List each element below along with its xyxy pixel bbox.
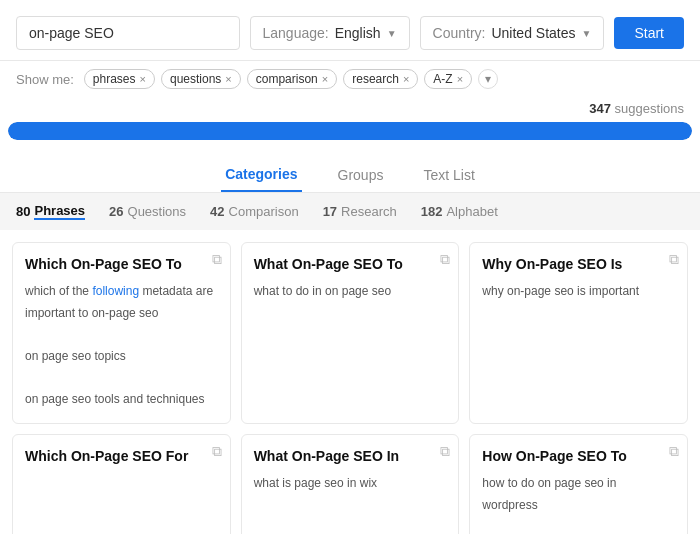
filter-tag-close[interactable]: × [322,73,328,85]
card-which-onpage-seo-for: ⧉ Which On-Page SEO For [12,434,231,534]
copy-icon[interactable]: ⧉ [440,443,450,460]
card-title: What On-Page SEO To [254,255,447,273]
card-why-onpage-seo-is: ⧉ Why On-Page SEO Is why on-page seo is … [469,242,688,424]
filter-tag-close[interactable]: × [140,73,146,85]
copy-icon[interactable]: ⧉ [212,443,222,460]
tabs-row: Categories Groups Text List [0,148,700,193]
card-what-onpage-seo-in: ⧉ What On-Page SEO In what is page seo i… [241,434,460,534]
tab-categories[interactable]: Categories [221,158,301,192]
highlight-text: following [92,284,139,298]
language-label: Language: [263,25,329,41]
cat-tab-comparison[interactable]: 42 Comparison [210,204,299,219]
card-items: what to do in on page seo [254,281,447,303]
filter-tag-label: phrases [93,72,136,86]
card-item: on page seo topics [25,346,218,368]
card-item: which of the following metadata are impo… [25,281,218,324]
country-chevron-icon: ▼ [582,28,592,39]
filter-tag-label: research [352,72,399,86]
card-item [25,324,218,346]
card-item: why on-page seo is important [482,281,675,303]
filter-tag-close[interactable]: × [403,73,409,85]
card-title: Why On-Page SEO Is [482,255,675,273]
country-value: United States [491,25,575,41]
cat-tab-alphabet[interactable]: 182 Alphabet [421,204,498,219]
filters-row: Show me: phrases × questions × compariso… [0,61,700,97]
copy-icon[interactable]: ⧉ [212,251,222,268]
copy-icon[interactable]: ⧉ [669,251,679,268]
cat-count-questions: 26 [109,204,123,219]
card-item: on page seo tools and techniques [25,389,218,411]
card-title: Which On-Page SEO To [25,255,218,273]
progress-bar-fill [8,122,692,140]
cat-count-phrases: 80 [16,204,30,219]
card-item: how to do on page seo in wordpress [482,473,675,516]
copy-icon[interactable]: ⧉ [669,443,679,460]
filter-tag-label: questions [170,72,221,86]
suggestions-row: 347 suggestions [0,97,700,122]
suggestions-label: suggestions [615,101,684,116]
show-me-label: Show me: [16,72,74,87]
cat-count-comparison: 42 [210,204,224,219]
country-dropdown[interactable]: Country: United States ▼ [420,16,605,50]
cat-tab-research[interactable]: 17 Research [323,204,397,219]
copy-icon[interactable]: ⧉ [440,251,450,268]
filter-tag-research[interactable]: research × [343,69,418,89]
search-input[interactable] [16,16,240,50]
country-label: Country: [433,25,486,41]
card-items: which of the following metadata are impo… [25,281,218,411]
cat-name-alphabet: Alphabet [446,204,497,219]
header: Language: English ▼ Country: United Stat… [0,0,700,61]
filter-tag-questions[interactable]: questions × [161,69,241,89]
filter-tag-label: comparison [256,72,318,86]
language-value: English [335,25,381,41]
filter-tag-close[interactable]: × [457,73,463,85]
expand-filters-button[interactable]: ▾ [478,69,498,89]
language-dropdown[interactable]: Language: English ▼ [250,16,410,50]
cat-count-research: 17 [323,204,337,219]
card-items: how to do on page seo in wordpress [482,473,675,516]
card-item: what is page seo in wix [254,473,447,495]
card-items: why on-page seo is important [482,281,675,303]
cat-name-research: Research [341,204,397,219]
filter-tag-label: A-Z [433,72,452,86]
language-chevron-icon: ▼ [387,28,397,39]
filter-tag-close[interactable]: × [225,73,231,85]
cat-tab-phrases[interactable]: 80 Phrases [16,203,85,220]
progress-bar-background: 100% [8,122,692,140]
card-items: what is page seo in wix [254,473,447,495]
filter-tag-comparison[interactable]: comparison × [247,69,337,89]
cat-count-alphabet: 182 [421,204,443,219]
start-button[interactable]: Start [614,17,684,49]
card-title: What On-Page SEO In [254,447,447,465]
cat-name-questions: Questions [128,204,187,219]
tab-text-list[interactable]: Text List [419,159,478,191]
card-which-onpage-seo-to: ⧉ Which On-Page SEO To which of the foll… [12,242,231,424]
card-what-onpage-seo-to: ⧉ What On-Page SEO To what to do in on p… [241,242,460,424]
filter-tag-az[interactable]: A-Z × [424,69,472,89]
cat-name-phrases: Phrases [34,203,85,220]
card-title: How On-Page SEO To [482,447,675,465]
category-row: 80 Phrases 26 Questions 42 Comparison 17… [0,193,700,230]
cards-area: ⧉ Which On-Page SEO To which of the foll… [0,230,700,534]
card-item [25,368,218,390]
card-title: Which On-Page SEO For [25,447,218,465]
tab-groups[interactable]: Groups [334,159,388,191]
cat-tab-questions[interactable]: 26 Questions [109,204,186,219]
cards-grid: ⧉ Which On-Page SEO To which of the foll… [12,242,688,534]
suggestions-count: 347 [589,101,611,116]
progress-container: 100% [0,122,700,148]
filter-tag-phrases[interactable]: phrases × [84,69,155,89]
card-item: what to do in on page seo [254,281,447,303]
cat-name-comparison: Comparison [229,204,299,219]
card-how-onpage-seo-to: ⧉ How On-Page SEO To how to do on page s… [469,434,688,534]
